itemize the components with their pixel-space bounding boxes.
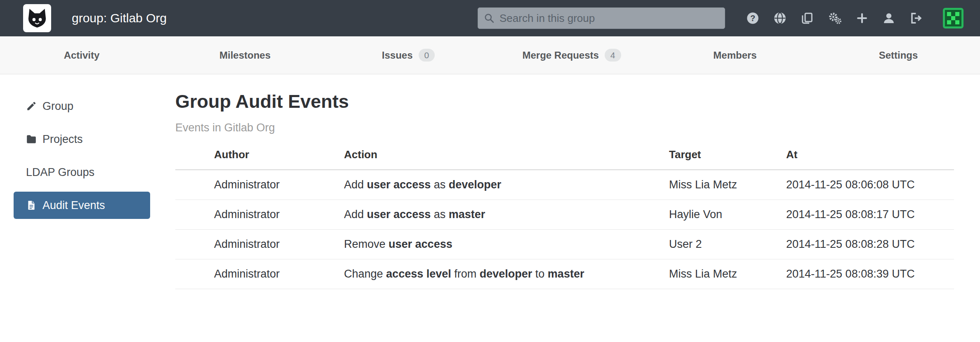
action-bold-segment: access level bbox=[386, 268, 451, 280]
content-area: Group Projects LDAP Groups bbox=[0, 74, 980, 342]
table-row: AdministratorAdd user access as masterHa… bbox=[175, 200, 954, 230]
timestamp-cell: 2014-11-25 08:06:08 UTC bbox=[786, 170, 954, 200]
tab-merge-requests[interactable]: Merge Requests 4 bbox=[490, 36, 653, 74]
action-bold-segment: master bbox=[449, 208, 485, 221]
action-cell: Add user access as developer bbox=[344, 170, 669, 200]
tab-label: Activity bbox=[64, 50, 100, 61]
user-icon[interactable] bbox=[883, 12, 895, 24]
audit-events-table: Author Action Target At AdministratorAdd… bbox=[175, 148, 954, 289]
tab-activity[interactable]: Activity bbox=[0, 36, 163, 74]
file-icon bbox=[26, 200, 37, 211]
gitlab-logo-cat-icon bbox=[26, 7, 48, 29]
gitlab-logo[interactable] bbox=[23, 4, 51, 32]
globe-icon[interactable] bbox=[774, 12, 786, 24]
sidebar-item-label: Audit Events bbox=[42, 199, 105, 212]
sidebar-item-label: Group bbox=[42, 100, 73, 113]
action-text-segment: Change bbox=[344, 268, 386, 280]
action-text-segment: Remove bbox=[344, 238, 389, 250]
search-input[interactable] bbox=[499, 12, 719, 25]
sidebar-item-label: LDAP Groups bbox=[26, 166, 94, 179]
top-header: group: Gitlab Org ? bbox=[0, 0, 980, 36]
identicon-image bbox=[943, 8, 964, 28]
action-cell: Remove user access bbox=[344, 230, 669, 259]
action-bold-segment: developer bbox=[480, 268, 532, 280]
merge-requests-count-badge: 4 bbox=[605, 49, 621, 62]
action-text-segment: Add bbox=[344, 208, 367, 221]
main-panel: Group Audit Events Events in Gitlab Org … bbox=[150, 74, 954, 342]
pencil-icon bbox=[26, 101, 37, 112]
action-bold-segment: user access bbox=[367, 178, 431, 191]
group-nav-tabs: Activity Milestones Issues 0 Merge Reque… bbox=[0, 36, 980, 74]
sidebar-item-ldap-groups[interactable]: LDAP Groups bbox=[14, 159, 150, 186]
tab-label: Issues bbox=[382, 50, 413, 61]
user-avatar[interactable] bbox=[943, 8, 964, 28]
folder-icon bbox=[26, 134, 37, 145]
tab-members[interactable]: Members bbox=[653, 36, 817, 74]
column-header-target: Target bbox=[669, 148, 786, 170]
table-row: AdministratorAdd user access as develope… bbox=[175, 170, 954, 200]
plus-icon[interactable] bbox=[856, 12, 868, 24]
sign-out-icon[interactable] bbox=[910, 12, 922, 24]
issues-count-badge: 0 bbox=[419, 49, 435, 62]
group-title[interactable]: group: Gitlab Org bbox=[72, 11, 167, 25]
gears-icon[interactable] bbox=[828, 12, 841, 25]
table-row: AdministratorChange access level from de… bbox=[175, 259, 954, 289]
author-cell: Administrator bbox=[175, 170, 344, 200]
action-bold-segment: user access bbox=[389, 238, 452, 250]
author-cell: Administrator bbox=[175, 230, 344, 259]
action-text-segment: from bbox=[451, 268, 480, 280]
action-text-segment: Add bbox=[344, 178, 367, 191]
action-text-segment: to bbox=[532, 268, 548, 280]
search-box[interactable] bbox=[478, 7, 725, 29]
sidebar-item-label: Projects bbox=[42, 133, 83, 146]
action-bold-segment: master bbox=[548, 268, 584, 280]
table-row: AdministratorRemove user accessUser 2201… bbox=[175, 230, 954, 259]
column-header-action: Action bbox=[344, 148, 669, 170]
header-icon-bar: ? bbox=[747, 8, 964, 28]
page-subtitle: Events in Gitlab Org bbox=[175, 121, 954, 134]
action-bold-segment: user access bbox=[367, 208, 431, 221]
target-cell: User 2 bbox=[669, 230, 786, 259]
page-title: Group Audit Events bbox=[175, 91, 954, 112]
timestamp-cell: 2014-11-25 08:08:28 UTC bbox=[786, 230, 954, 259]
audit-table-body: AdministratorAdd user access as develope… bbox=[175, 170, 954, 289]
target-cell: Haylie Von bbox=[669, 200, 786, 230]
tab-label: Members bbox=[713, 50, 756, 61]
tab-label: Merge Requests bbox=[522, 50, 598, 61]
sidebar-item-projects[interactable]: Projects bbox=[14, 126, 150, 153]
action-text-segment: as bbox=[431, 208, 449, 221]
action-cell: Add user access as master bbox=[344, 200, 669, 230]
author-cell: Administrator bbox=[175, 200, 344, 230]
action-bold-segment: developer bbox=[449, 178, 502, 191]
search-icon bbox=[484, 13, 495, 24]
table-header-row: Author Action Target At bbox=[175, 148, 954, 170]
author-cell: Administrator bbox=[175, 259, 344, 289]
action-text-segment: as bbox=[431, 178, 449, 191]
column-header-at: At bbox=[786, 148, 954, 170]
tab-settings[interactable]: Settings bbox=[817, 36, 980, 74]
tab-issues[interactable]: Issues 0 bbox=[327, 36, 490, 74]
target-cell: Miss Lia Metz bbox=[669, 259, 786, 289]
tab-label: Settings bbox=[879, 50, 918, 61]
help-icon[interactable]: ? bbox=[747, 12, 759, 24]
sidebar-item-audit-events[interactable]: Audit Events bbox=[14, 192, 150, 219]
settings-sidebar: Group Projects LDAP Groups bbox=[0, 74, 150, 342]
timestamp-cell: 2014-11-25 08:08:39 UTC bbox=[786, 259, 954, 289]
copy-icon[interactable] bbox=[801, 12, 813, 24]
timestamp-cell: 2014-11-25 08:08:17 UTC bbox=[786, 200, 954, 230]
column-header-author: Author bbox=[175, 148, 344, 170]
svg-text:?: ? bbox=[750, 14, 755, 23]
sidebar-item-group[interactable]: Group bbox=[14, 93, 150, 120]
tab-milestones[interactable]: Milestones bbox=[163, 36, 327, 74]
action-cell: Change access level from developer to ma… bbox=[344, 259, 669, 289]
tab-label: Milestones bbox=[219, 50, 271, 61]
target-cell: Miss Lia Metz bbox=[669, 170, 786, 200]
